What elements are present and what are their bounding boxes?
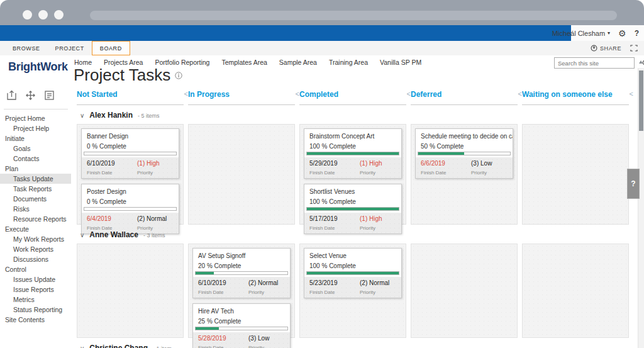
finish-date-value: 6/6/2019 (421, 160, 471, 167)
sidebar-item-plan[interactable]: Plan (0, 164, 71, 174)
sidebar-item-task-reports[interactable]: Task Reports (0, 184, 71, 194)
priority-value: (1) High (137, 160, 160, 167)
sidebar-item-issues-update[interactable]: Issues Update (0, 274, 71, 284)
sidebar-item-control[interactable]: Control (0, 264, 71, 274)
board-cell[interactable] (411, 244, 518, 338)
brightwork-logo[interactable]: BrightWork (8, 60, 68, 74)
share-icon (591, 45, 597, 52)
window-dot[interactable] (54, 10, 64, 20)
task-card[interactable]: Hire AV Tech 25 % Complete 5/28/2019(3) … (192, 303, 291, 348)
sidebar-item-goals[interactable]: Goals (0, 143, 71, 154)
swimlane-anne-wallace: ∨ Anne Wallace - 3 items AV Setup Signof… (77, 230, 629, 338)
focus-content-icon[interactable] (630, 45, 638, 52)
column-header-in-progress[interactable]: In Progress< (188, 90, 295, 105)
sidebar-item-site-contents[interactable]: Site Contents (0, 315, 71, 325)
window-dot[interactable] (23, 10, 32, 20)
board-cell[interactable]: AV Setup Signoff 20 % Complete 6/10/2019… (188, 244, 295, 338)
task-card[interactable]: Shortlist Venues 100 % Complete 5/17/201… (304, 184, 402, 234)
board-cell[interactable] (522, 244, 629, 338)
sidebar-item-status-reporting[interactable]: Status Reporting (0, 305, 71, 315)
progress-bar (195, 271, 288, 275)
column-header-completed[interactable]: Completed< (299, 90, 406, 105)
info-icon[interactable] (175, 72, 182, 79)
finish-date-value: 6/4/2019 (87, 215, 137, 222)
nav-sample-area[interactable]: Sample Area (279, 59, 317, 66)
task-title: Hire AV Tech (193, 304, 290, 315)
sidebar-item-discussions[interactable]: Discussions (0, 254, 71, 264)
sidebar-item-my-work-reports[interactable]: My Work Reports (0, 234, 71, 244)
lane-count: - 3 items (143, 232, 165, 239)
priority-label: Priority (360, 225, 375, 231)
sidebar-item-documents[interactable]: Documents (0, 194, 71, 204)
sidebar-item-resource-reports[interactable]: Resource Reports (0, 214, 71, 224)
sidebar-item-project-home[interactable]: Project Home (0, 113, 71, 123)
progress-bar (306, 207, 399, 211)
nav-training-area[interactable]: Training Area (329, 59, 368, 66)
finish-date-value: 6/10/2019 (87, 160, 137, 167)
board-cell[interactable]: Brainstorm Concept Art 100 % Complete 5/… (299, 124, 406, 225)
sidebar-divider (4, 109, 68, 109)
collapse-lane-icon[interactable]: ∨ (80, 232, 84, 239)
sidebar-item-execute[interactable]: Execute (0, 224, 71, 234)
task-card[interactable]: Poster Design 0 % Complete 6/4/2019(2) N… (81, 184, 179, 234)
swimlane-christine-chang: ∨ Christine Chang - 1 item (77, 344, 629, 348)
finish-date-label: Finish Date (421, 170, 471, 176)
collapse-column-icon[interactable]: < (630, 90, 633, 98)
task-card[interactable]: Banner Design 0 % Complete 6/10/2019(1) … (81, 128, 179, 179)
board-cell[interactable]: Schedule meeting to decide on catering m… (411, 124, 518, 225)
task-card[interactable]: Brainstorm Concept Art 100 % Complete 5/… (304, 128, 402, 179)
sidebar-item-issue-reports[interactable]: Issue Reports (0, 284, 71, 295)
progress-bar (306, 152, 399, 155)
move-icon[interactable] (24, 89, 37, 102)
board-cell[interactable] (77, 244, 184, 338)
task-card[interactable]: AV Setup Signoff 20 % Complete 6/10/2019… (192, 248, 291, 298)
nav-templates-area[interactable]: Templates Area (221, 59, 267, 66)
scrollbar-thumb[interactable] (639, 70, 643, 131)
finish-date-label: Finish Date (309, 170, 360, 176)
collapse-lane-icon[interactable]: ∨ (80, 345, 84, 348)
task-title: Select Venue (304, 249, 401, 260)
tab-project[interactable]: PROJECT (48, 41, 92, 55)
sidebar-item-initiate[interactable]: Initiate (0, 133, 71, 143)
list-icon[interactable] (43, 89, 56, 102)
finish-date-label: Finish Date (87, 170, 137, 176)
sidebar-item-risks[interactable]: Risks (0, 204, 71, 214)
sidebar-item-tasks-update[interactable]: Tasks Update (0, 174, 71, 184)
help-flyout-tab[interactable]: ? (627, 169, 640, 199)
board-cell[interactable]: Banner Design 0 % Complete 6/10/2019(1) … (77, 124, 184, 225)
collapse-lane-icon[interactable]: ∨ (80, 112, 84, 119)
tab-board[interactable]: BOARD (92, 41, 130, 55)
share-button[interactable]: SHARE (591, 45, 621, 52)
task-title: Schedule meeting to decide on catering m… (416, 129, 513, 140)
nav-vanilla-sp-pm[interactable]: Vanilla SP PM (380, 59, 421, 66)
progress-bar (84, 207, 177, 211)
priority-value: (3) Low (471, 160, 492, 167)
sidebar-item-contacts[interactable]: Contacts (0, 154, 71, 164)
help-icon[interactable]: ? (635, 29, 639, 38)
sidebar-item-metrics[interactable]: Metrics (0, 295, 71, 305)
board-cell[interactable] (188, 124, 295, 225)
lane-name: Alex Hankin (89, 111, 133, 120)
column-header-deferred[interactable]: Deferred< (411, 90, 518, 105)
sidebar-item-work-reports[interactable]: Work Reports (0, 244, 71, 254)
sidebar-item-project-help[interactable]: Project Help (0, 123, 71, 133)
url-bar[interactable] (90, 11, 617, 20)
user-menu[interactable]: Micheál Clesham ▾ (552, 30, 610, 37)
lane-count: - 5 items (138, 113, 160, 119)
scroll-up-arrow[interactable] (639, 60, 643, 64)
task-card[interactable]: Select Venue 100 % Complete 5/23/2019(2)… (304, 248, 402, 298)
column-header-waiting[interactable]: Waiting on someone else< (522, 90, 629, 105)
column-header-not-started[interactable]: Not Started< (77, 90, 184, 105)
gear-icon[interactable]: ⚙ (618, 29, 626, 38)
export-icon[interactable] (5, 89, 18, 102)
task-percent: 25 % Complete (193, 315, 290, 327)
window-dot[interactable] (38, 10, 48, 20)
tab-browse[interactable]: BROWSE (5, 41, 48, 55)
swimlane-header[interactable]: ∨ Alex Hankin - 5 items (77, 111, 629, 120)
swimlane-header[interactable]: ∨ Christine Chang - 1 item (77, 344, 629, 348)
task-card[interactable]: Schedule meeting to decide on catering m… (415, 128, 513, 179)
priority-value: (1) High (360, 215, 382, 222)
search-input[interactable] (555, 60, 642, 67)
board-cell[interactable]: Select Venue 100 % Complete 5/23/2019(2)… (299, 244, 406, 338)
board-cell[interactable] (522, 124, 629, 225)
